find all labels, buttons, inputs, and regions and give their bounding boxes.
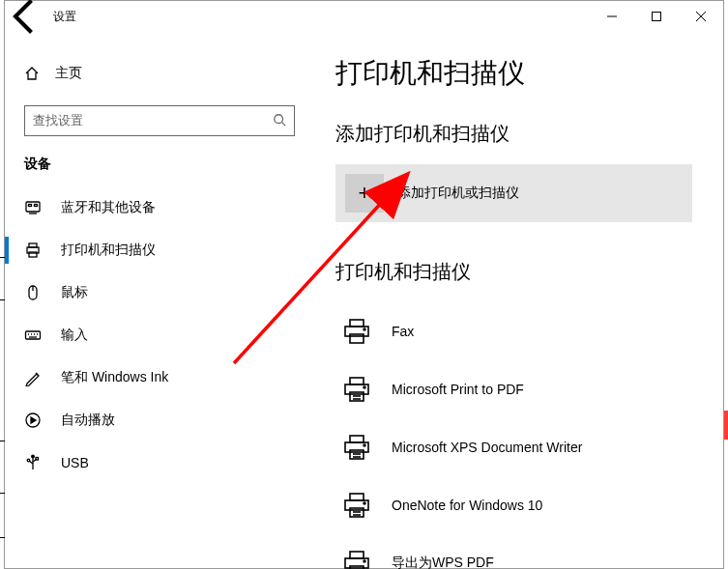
search-placeholder: 查找设置 xyxy=(33,112,83,129)
svg-line-5 xyxy=(282,122,286,126)
sidebar-item-mouse[interactable]: 鼠标 xyxy=(5,271,314,314)
svg-point-4 xyxy=(275,114,283,123)
close-button[interactable] xyxy=(679,1,723,32)
bluetooth-icon xyxy=(24,199,42,216)
main-pane: 打印机和扫描仪 添加打印机和扫描仪 + 添加打印机或扫描仪 打印机和扫描仪 Fa… xyxy=(314,32,723,568)
sidebar-item-label: 蓝牙和其他设备 xyxy=(61,199,156,216)
minimize-button[interactable] xyxy=(590,1,634,32)
home-label: 主页 xyxy=(55,65,82,82)
sidebar-item-printers[interactable]: 打印机和扫描仪 xyxy=(5,229,314,271)
printer-icon xyxy=(24,242,42,259)
svg-rect-50 xyxy=(350,552,364,558)
sidebar-item-label: 鼠标 xyxy=(61,284,88,301)
svg-point-48 xyxy=(364,502,365,504)
svg-point-42 xyxy=(364,444,365,446)
svg-point-52 xyxy=(364,560,365,562)
plus-icon: + xyxy=(345,174,384,213)
keyboard-icon xyxy=(24,327,42,344)
sidebar-item-autoplay[interactable]: 自动播放 xyxy=(5,399,314,441)
svg-rect-25 xyxy=(36,458,39,461)
svg-rect-15 xyxy=(26,331,41,339)
sidebar-item-usb[interactable]: USB xyxy=(5,441,314,484)
home-link[interactable]: 主页 xyxy=(5,59,314,88)
svg-rect-1 xyxy=(653,13,661,21)
maximize-button[interactable] xyxy=(634,1,679,32)
window-title: 设置 xyxy=(53,9,76,25)
printer-item[interactable]: Fax xyxy=(335,302,702,360)
sidebar-item-label: USB xyxy=(61,455,89,470)
usb-icon xyxy=(24,454,42,471)
edge-artifact xyxy=(0,257,5,258)
edge-artifact xyxy=(0,299,5,300)
printer-name: Microsoft XPS Document Writer xyxy=(392,440,582,455)
printer-item[interactable]: OneNote for Windows 10 xyxy=(335,476,702,534)
sidebar-item-label: 输入 xyxy=(61,327,88,344)
add-printer-label: 添加打印机或扫描仪 xyxy=(397,185,519,202)
home-icon xyxy=(24,66,40,81)
svg-point-36 xyxy=(364,386,365,388)
printer-name: OneNote for Windows 10 xyxy=(392,498,542,513)
printer-icon xyxy=(337,428,376,467)
svg-rect-32 xyxy=(350,378,364,384)
svg-rect-8 xyxy=(35,205,38,207)
printer-item[interactable]: Microsoft Print to PDF xyxy=(335,360,702,418)
printer-name: 导出为WPS PDF xyxy=(392,555,494,569)
add-printer-button[interactable]: + 添加打印机或扫描仪 xyxy=(335,164,692,222)
section-list-title: 打印机和扫描仪 xyxy=(335,259,702,285)
svg-point-24 xyxy=(32,455,35,458)
pen-icon xyxy=(24,369,42,386)
svg-point-26 xyxy=(27,459,30,462)
edge-artifact xyxy=(0,537,5,538)
mouse-icon xyxy=(24,284,42,301)
printer-icon xyxy=(337,370,376,409)
printer-icon xyxy=(337,312,376,351)
sidebar: 主页 查找设置 设备 蓝牙和其他设备 打印机和扫描仪 xyxy=(5,32,314,568)
printer-name: Fax xyxy=(392,324,414,339)
printer-icon xyxy=(337,486,376,525)
search-input[interactable]: 查找设置 xyxy=(24,105,295,136)
section-add-title: 添加打印机和扫描仪 xyxy=(335,121,702,147)
edge-artifact xyxy=(0,493,5,494)
sidebar-item-label: 打印机和扫描仪 xyxy=(61,242,156,259)
printer-name: Microsoft Print to PDF xyxy=(392,382,524,397)
svg-rect-44 xyxy=(350,494,364,500)
search-icon xyxy=(273,113,286,129)
back-button[interactable] xyxy=(5,1,47,32)
autoplay-icon xyxy=(24,412,42,429)
svg-rect-38 xyxy=(350,436,364,442)
sidebar-item-bluetooth[interactable]: 蓝牙和其他设备 xyxy=(5,186,314,229)
svg-rect-7 xyxy=(29,205,32,207)
sidebar-item-label: 笔和 Windows Ink xyxy=(61,369,168,386)
svg-rect-28 xyxy=(350,320,364,327)
sidebar-item-typing[interactable]: 输入 xyxy=(5,314,314,356)
svg-point-30 xyxy=(364,328,365,330)
printer-item[interactable]: Microsoft XPS Document Writer xyxy=(335,418,702,476)
page-title: 打印机和扫描仪 xyxy=(335,55,702,92)
printer-item[interactable]: 导出为WPS PDF xyxy=(335,534,702,569)
category-header: 设备 xyxy=(5,156,314,173)
titlebar: 设置 xyxy=(5,1,723,32)
svg-rect-11 xyxy=(29,243,37,247)
printer-icon xyxy=(337,544,376,569)
edge-artifact xyxy=(724,411,728,440)
edge-artifact xyxy=(0,441,5,441)
sidebar-item-label: 自动播放 xyxy=(61,412,115,429)
sidebar-item-pen[interactable]: 笔和 Windows Ink xyxy=(5,356,314,399)
